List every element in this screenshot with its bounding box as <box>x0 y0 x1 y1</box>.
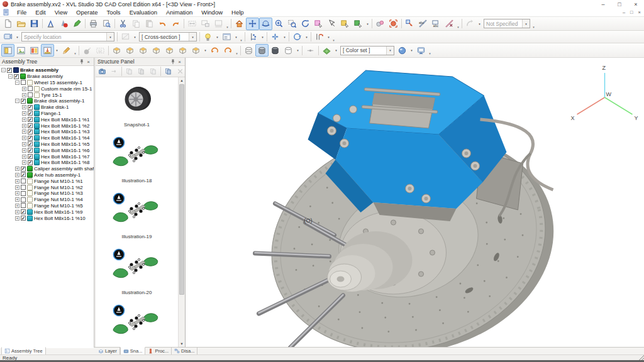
menu-animation[interactable]: Animation <box>162 9 197 16</box>
hatch-section-icon[interactable] <box>320 44 333 57</box>
visibility-checkbox[interactable] <box>21 197 26 202</box>
sphere-target-icon[interactable] <box>387 18 400 30</box>
visibility-checkbox[interactable]: ✓ <box>28 117 33 122</box>
delete-x-icon[interactable] <box>174 66 186 77</box>
menu-edit[interactable]: Edit <box>31 9 50 16</box>
cylinder-wire-icon[interactable] <box>242 44 255 57</box>
dropdown-arrow-icon[interactable]: ▾ <box>477 18 482 30</box>
menu-window[interactable]: Window <box>197 9 227 16</box>
toolbar-overflow[interactable]: ▾ <box>456 18 460 30</box>
copy-structure-icon[interactable] <box>123 66 135 77</box>
illustration-thumbnail[interactable] <box>96 304 178 347</box>
move-parts-icon[interactable] <box>269 31 282 43</box>
toolbar-overflow[interactable]: ▾ <box>428 45 432 56</box>
expand-icon[interactable]: + <box>22 111 26 116</box>
tab-camera[interactable]: Sna... <box>120 347 146 354</box>
measure-abc-icon[interactable]: abc <box>416 18 430 30</box>
measure-ruler-icon[interactable] <box>443 18 456 30</box>
tree-item[interactable]: +✓Hex Bolt M8x16-1 %2 <box>0 123 94 129</box>
tree-item[interactable]: +Flange Nut M10-1 %3 <box>0 190 94 197</box>
zoom-in-icon[interactable] <box>272 18 286 30</box>
collapse-icon[interactable]: − <box>15 99 19 103</box>
visibility-checkbox[interactable]: ✓ <box>28 111 33 116</box>
illustration-thumbnail[interactable]: Illustration-20 <box>96 248 178 295</box>
sphere-pair-icon[interactable] <box>374 18 387 30</box>
fit-dimension-icon[interactable] <box>212 18 225 30</box>
expand-icon[interactable]: + <box>15 173 19 177</box>
toolbar-overflow[interactable]: ▾ <box>331 31 336 43</box>
illustration-thumbnail[interactable]: Illustration-19 <box>96 192 178 239</box>
tree-item[interactable]: +✓Hex Bolt M8x16-1 %1 <box>0 116 94 123</box>
tree-item[interactable]: +Flange Nut M10-1 %1 <box>0 178 94 184</box>
undo-icon[interactable] <box>156 18 169 30</box>
visibility-checkbox[interactable] <box>21 203 26 208</box>
visibility-checkbox[interactable]: ✓ <box>28 136 33 141</box>
rotate-right-icon[interactable] <box>221 44 235 57</box>
tree-item[interactable]: +✓Hex Bolt M8x16-1 %5 <box>0 141 94 148</box>
redo-icon[interactable] <box>169 18 182 30</box>
dropdown-arrow-icon[interactable]: ▾ <box>54 45 60 56</box>
expand-icon[interactable]: + <box>22 148 26 153</box>
view-front-icon[interactable] <box>110 44 123 57</box>
cross-section-combo[interactable]: [ Cross-section ]▾ <box>139 32 197 41</box>
dropdown-arrow-icon[interactable]: ▾ <box>282 31 287 43</box>
collapse-icon[interactable]: − <box>8 74 13 79</box>
copy-icon[interactable] <box>130 18 143 30</box>
visibility-checkbox[interactable]: ✓ <box>21 99 26 104</box>
view-right-icon[interactable] <box>150 44 163 57</box>
illustration-thumbnail[interactable]: Illustration-18 <box>96 136 178 184</box>
visibility-checkbox[interactable]: ✓ <box>7 68 12 73</box>
edit-3d-icon[interactable] <box>70 18 84 30</box>
visibility-checkbox[interactable]: ✓ <box>14 74 19 79</box>
visibility-checkbox[interactable] <box>21 80 26 85</box>
cylinder-white-icon[interactable] <box>282 44 295 57</box>
panel-list-icon[interactable] <box>220 31 233 43</box>
tree-item[interactable]: +✓Brake disk-1 <box>0 104 94 111</box>
collapse-icon[interactable]: − <box>1 68 6 72</box>
mdi-close-button[interactable]: × <box>638 9 641 15</box>
select-pink-icon[interactable] <box>312 18 325 30</box>
combo-arrow-icon[interactable]: ▾ <box>522 19 530 28</box>
toolbar-overflow[interactable]: ▾ <box>531 18 536 30</box>
dropdown-arrow-icon[interactable]: ▾ <box>295 45 301 56</box>
layout-image-icon[interactable] <box>14 44 28 57</box>
export-3d-icon[interactable] <box>44 18 57 30</box>
tree-item[interactable]: +✓Caliper assembly with shaft-1 <box>0 166 94 172</box>
expand-icon[interactable]: + <box>22 87 26 91</box>
tree-item[interactable]: +✓Hex Bolt M8x16-1 %8 <box>0 160 94 166</box>
resize-grip[interactable] <box>638 355 644 360</box>
measure-move-icon[interactable] <box>403 18 416 30</box>
mdi-restore-button[interactable]: □ <box>630 9 633 15</box>
expand-icon[interactable]: + <box>15 167 19 171</box>
menu-help[interactable]: Help <box>227 9 248 16</box>
visibility-checkbox[interactable]: ✓ <box>21 172 26 177</box>
combo-arrow-icon[interactable]: ▾ <box>386 47 394 55</box>
combo-arrow-icon[interactable]: ▾ <box>189 33 196 41</box>
measure-flag-icon[interactable]: abc <box>430 18 443 30</box>
copy-structure-icon[interactable] <box>147 66 159 77</box>
view-bottom-icon[interactable] <box>176 44 189 57</box>
camera-capture-icon[interactable] <box>96 66 108 77</box>
menu-view[interactable]: View <box>50 9 72 16</box>
menu-tools[interactable]: Tools <box>102 9 125 16</box>
dropdown-arrow-icon[interactable]: ▾ <box>233 31 239 43</box>
expand-icon[interactable]: + <box>22 118 26 122</box>
scroll-down-icon[interactable]: ▼ <box>179 341 185 347</box>
visibility-checkbox[interactable]: ✓ <box>28 148 33 153</box>
close-button[interactable]: × <box>628 0 644 8</box>
visibility-checkbox[interactable]: ✓ <box>21 216 26 221</box>
maximize-button[interactable]: □ <box>611 0 628 8</box>
minimize-button[interactable]: – <box>595 0 611 8</box>
tree-item[interactable]: +✓Hex Bolt M8x16-1 %4 <box>0 135 94 141</box>
dropdown-arrow-icon[interactable]: ▾ <box>260 31 265 43</box>
annotation-type-combo[interactable]: Not Specified▾ <box>484 19 530 28</box>
dropdown-arrow-icon[interactable]: ▾ <box>14 31 20 43</box>
menu-operate[interactable]: Operate <box>72 9 102 16</box>
dropdown-arrow-icon[interactable]: ▾ <box>409 45 414 56</box>
close-icon[interactable]: × <box>176 58 183 65</box>
visibility-checkbox[interactable]: ✓ <box>21 209 26 214</box>
align-points-icon[interactable] <box>247 31 260 43</box>
expand-icon[interactable]: + <box>22 105 26 109</box>
expand-icon[interactable]: + <box>15 179 19 184</box>
close-icon[interactable]: × <box>85 58 92 65</box>
